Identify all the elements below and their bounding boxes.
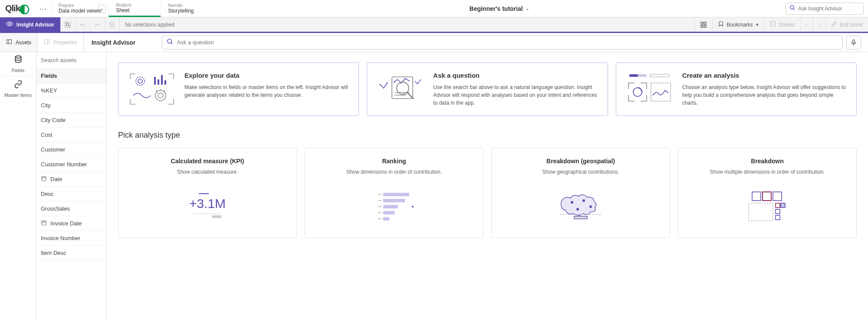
microphone-button[interactable] (846, 36, 861, 49)
step-forward-icon[interactable] (90, 17, 105, 32)
svg-point-38 (158, 93, 163, 98)
svg-rect-11 (701, 25, 703, 27)
global-search[interactable] (786, 3, 864, 15)
smart-search-icon[interactable] (60, 17, 75, 32)
content-area[interactable]: Explore your data Make selections in fie… (107, 52, 868, 319)
svg-rect-35 (161, 75, 163, 85)
tab-assets[interactable]: Assets (0, 33, 38, 52)
svg-rect-20 (853, 40, 855, 43)
field-row[interactable]: City Code (36, 113, 106, 128)
nav-tab-large: Sheet (116, 7, 154, 13)
global-search-input[interactable] (798, 6, 863, 12)
svg-rect-27 (42, 221, 46, 225)
bookmarks-button[interactable]: Bookmarks ▼ (712, 17, 764, 32)
svg-point-72 (589, 205, 592, 208)
sheet-icon (770, 21, 776, 28)
field-row[interactable]: Cost (36, 128, 106, 142)
create-icon (626, 72, 674, 106)
asset-rail: Fields Master items (0, 52, 36, 319)
field-row[interactable]: Invoice Date (36, 216, 106, 231)
insight-advisor-button[interactable]: Insight Advisor (0, 17, 60, 32)
app-title[interactable]: Beginner's tutorial ⌄ (213, 5, 786, 12)
svg-rect-69 (383, 217, 389, 221)
sheets-button[interactable]: Sheets (764, 17, 800, 32)
field-row[interactable]: Customer (36, 142, 106, 157)
field-label: Invoice Number (41, 235, 80, 241)
breakdown-illustration (686, 186, 848, 225)
intro-card-text: Explore your data Make selections in fie… (184, 72, 349, 107)
question-input-container[interactable] (162, 36, 843, 49)
rail-master-items[interactable]: Master items (0, 76, 36, 101)
eye-icon (6, 20, 13, 29)
field-row[interactable]: GrossSales (36, 201, 106, 216)
type-sub: Show geographical contributions. (500, 169, 662, 175)
svg-rect-80 (776, 203, 780, 208)
analysis-types-row: Calculated measure (KPI) Show calculated… (118, 148, 857, 238)
link-icon (14, 80, 23, 91)
intro-card-body: Use the search bar above to ask a natura… (433, 83, 598, 107)
nav-tab-large: Storytelling (168, 8, 206, 14)
field-label: Customer (41, 146, 65, 153)
field-row[interactable]: Desc (36, 187, 106, 201)
next-sheet-button[interactable]: › (813, 17, 825, 32)
field-label: Cost (41, 132, 53, 138)
prev-sheet-button[interactable]: ‹ (800, 17, 813, 32)
insight-label: Insight Advisor (16, 22, 54, 28)
svg-line-19 (171, 43, 172, 44)
nav-tab-prepare[interactable]: Prepare Data model viewer ⌄ (51, 0, 108, 17)
chevron-down-icon[interactable]: ⌄ (98, 5, 106, 13)
svg-rect-81 (781, 203, 785, 208)
layout-grid-button[interactable] (694, 17, 712, 32)
svg-point-71 (582, 199, 585, 202)
svg-rect-79 (749, 203, 773, 221)
nav-tab-narrate[interactable]: Narrate Storytelling (161, 0, 213, 17)
svg-rect-67 (383, 211, 395, 214)
clear-selections-icon[interactable] (105, 17, 119, 32)
rail-fields[interactable]: Fields (0, 52, 36, 76)
properties-label: Properties (53, 40, 77, 46)
panel-icon (44, 39, 50, 46)
no-selections-text: No selections applied (120, 22, 180, 28)
search-icon (789, 5, 796, 12)
assets-search[interactable] (36, 52, 106, 69)
svg-rect-77 (763, 192, 771, 201)
fields-list[interactable]: %KEYCityCity CodeCostCustomerCustomer Nu… (36, 83, 106, 319)
field-label: Item Desc (41, 250, 66, 256)
intro-card-explore[interactable]: Explore your data Make selections in fie… (118, 63, 359, 116)
more-menu-button[interactable]: ⋯ (35, 4, 51, 13)
svg-point-41 (394, 82, 395, 83)
field-row[interactable]: %KEY (36, 83, 106, 98)
svg-point-49 (387, 82, 388, 84)
field-label: Date (50, 176, 62, 182)
field-row[interactable]: Customer Number (36, 157, 106, 172)
svg-rect-9 (701, 22, 703, 24)
field-row[interactable]: Item Desc (36, 246, 106, 261)
chevron-down-icon: ▼ (755, 23, 759, 27)
ranking-illustration (313, 186, 475, 225)
question-input[interactable] (177, 39, 838, 46)
field-label: City (41, 102, 50, 109)
field-row[interactable]: Invoice Number (36, 231, 106, 246)
assets-search-input[interactable] (36, 52, 106, 68)
intro-card-create[interactable]: Create an analysis Choose an analysis ty… (616, 63, 857, 116)
svg-rect-23 (42, 177, 46, 181)
analysis-type-breakdown[interactable]: Breakdown Show multiple dimensions in or… (678, 148, 857, 238)
svg-rect-14 (7, 40, 12, 43)
analysis-type-ranking[interactable]: Ranking Show dimensions in order of cont… (305, 148, 483, 238)
field-label: Invoice Date (50, 220, 82, 227)
svg-rect-12 (704, 25, 707, 27)
nav-tab-small: Prepare (59, 3, 102, 8)
analysis-type-kpi[interactable]: Calculated measure (KPI) Show calculated… (118, 148, 297, 238)
assets-header: Fields (36, 69, 106, 83)
step-back-icon[interactable] (75, 17, 90, 32)
type-title: Breakdown (686, 158, 848, 165)
intro-card-title: Ask a question (433, 72, 598, 79)
edit-sheet-button[interactable]: Edit sheet (825, 17, 868, 32)
intro-card-ask[interactable]: Ask a question Use the search bar above … (367, 63, 608, 116)
nav-tab-analyze[interactable]: Analyze Sheet (108, 0, 161, 17)
field-row[interactable]: City (36, 98, 106, 113)
analysis-type-geospatial[interactable]: Breakdown (geospatial) Show geographical… (491, 148, 670, 238)
svg-rect-52 (650, 74, 669, 77)
field-row[interactable]: Date (36, 172, 106, 187)
tab-properties[interactable]: Properties (38, 33, 84, 52)
